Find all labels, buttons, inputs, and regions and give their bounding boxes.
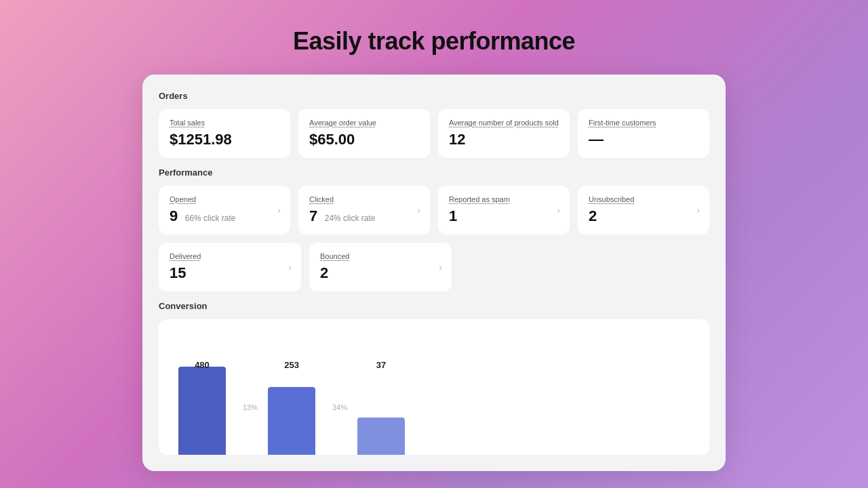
card-clicked[interactable]: Clicked 7 24% click rate › (298, 186, 430, 235)
card-avg-order-value-display: $65.00 (309, 131, 419, 148)
conversion-label: Conversion (159, 301, 709, 311)
performance-row2: Delivered 15 › Bounced 2 › (159, 243, 709, 291)
card-total-sales-value: $1251.98 (170, 131, 279, 148)
card-first-time-customers[interactable]: First-time customers — (578, 109, 709, 158)
delivered-value: 15 (170, 264, 186, 281)
card-delivered-value-row: 15 (170, 264, 290, 282)
pct-13-text: 13% (243, 403, 258, 411)
card-unsubscribed-value-row: 2 (589, 207, 698, 225)
card-avg-order-value[interactable]: Average order value $65.00 (298, 109, 430, 158)
clicked-value: 7 (309, 207, 317, 224)
card-avg-products-value-display: 12 (449, 131, 559, 148)
reported-spam-value: 1 (449, 207, 457, 224)
clicked-arrow-icon: › (417, 205, 420, 216)
empty-placeholder-1 (460, 243, 580, 291)
card-avg-products-sold[interactable]: Average number of products sold 12 (438, 109, 570, 158)
card-delivered[interactable]: Delivered 15 › (159, 243, 301, 291)
card-avg-order-title: Average order value (309, 119, 419, 127)
bounced-value: 2 (320, 264, 328, 281)
bar-2 (268, 387, 315, 455)
card-clicked-title: Clicked (309, 195, 419, 203)
card-bounced[interactable]: Bounced 2 › (309, 243, 452, 291)
opened-sub: 66% click rate (185, 214, 236, 223)
card-opened[interactable]: Opened 9 66% click rate › (159, 186, 290, 235)
card-first-time-title: First-time customers (589, 119, 698, 127)
bar-3 (357, 418, 405, 455)
conversion-section: Conversion 480 13% 253 (159, 301, 709, 455)
card-reported-spam[interactable]: Reported as spam 1 › (438, 186, 570, 235)
card-unsubscribed[interactable]: Unsubscribed 2 › (578, 186, 709, 235)
delivered-arrow-icon: › (288, 262, 292, 272)
card-opened-title: Opened (170, 195, 279, 203)
bar-1 (178, 367, 226, 455)
dashboard-container: Orders Total sales $1251.98 Average orde… (142, 75, 726, 471)
card-first-time-value-display: — (589, 131, 698, 148)
card-bounced-title: Bounced (320, 252, 441, 260)
bar-wrapper-2: 253 (264, 360, 319, 455)
conversion-chart: 480 13% 253 34% 37 (159, 319, 709, 455)
performance-label: Performance (159, 167, 709, 178)
orders-cards-row: Total sales $1251.98 Average order value… (159, 109, 709, 158)
opened-value: 9 (170, 207, 178, 224)
bar2-value-label: 253 (284, 360, 299, 370)
card-delivered-title: Delivered (170, 252, 290, 260)
bar-wrapper-3: 37 (354, 360, 408, 455)
card-bounced-value-row: 2 (320, 264, 441, 282)
empty-placeholder-2 (589, 243, 709, 291)
total-sales-amount: $1251.98 (170, 131, 232, 148)
avg-products-number: 12 (449, 131, 465, 148)
pct-label-34: 34% (332, 403, 347, 411)
card-total-sales-title: Total sales (170, 119, 279, 127)
unsubscribed-arrow-icon: › (696, 205, 700, 216)
card-reported-spam-title: Reported as spam (449, 195, 559, 203)
card-clicked-value-row: 7 24% click rate (309, 207, 419, 225)
card-unsubscribed-title: Unsubscribed (589, 195, 698, 203)
bounced-arrow-icon: › (439, 262, 442, 272)
chart-inner: 480 13% 253 34% 37 (175, 340, 693, 455)
orders-section: Orders Total sales $1251.98 Average orde… (159, 91, 709, 158)
bar1-value-label: 480 (195, 360, 210, 370)
pct-34-text: 34% (332, 403, 347, 411)
card-reported-spam-value-row: 1 (449, 207, 559, 225)
clicked-sub: 24% click rate (325, 214, 376, 223)
first-time-value: — (589, 131, 604, 148)
pct-label-13: 13% (243, 403, 258, 411)
orders-label: Orders (159, 91, 709, 101)
opened-arrow-icon: › (277, 205, 281, 216)
bar-wrapper-1: 480 (175, 360, 229, 455)
performance-section: Performance Opened 9 66% click rate › Cl… (159, 167, 709, 291)
unsubscribed-value: 2 (589, 207, 597, 224)
card-total-sales[interactable]: Total sales $1251.98 (159, 109, 290, 158)
bar3-value-label: 37 (376, 360, 386, 370)
page-title: Easily track performance (293, 27, 575, 56)
card-avg-products-title: Average number of products sold (449, 119, 559, 127)
card-opened-value-row: 9 66% click rate (170, 207, 279, 225)
reported-spam-arrow-icon: › (557, 205, 560, 216)
performance-row1: Opened 9 66% click rate › Clicked 7 24% … (159, 186, 709, 235)
avg-order-amount: $65.00 (309, 131, 355, 148)
